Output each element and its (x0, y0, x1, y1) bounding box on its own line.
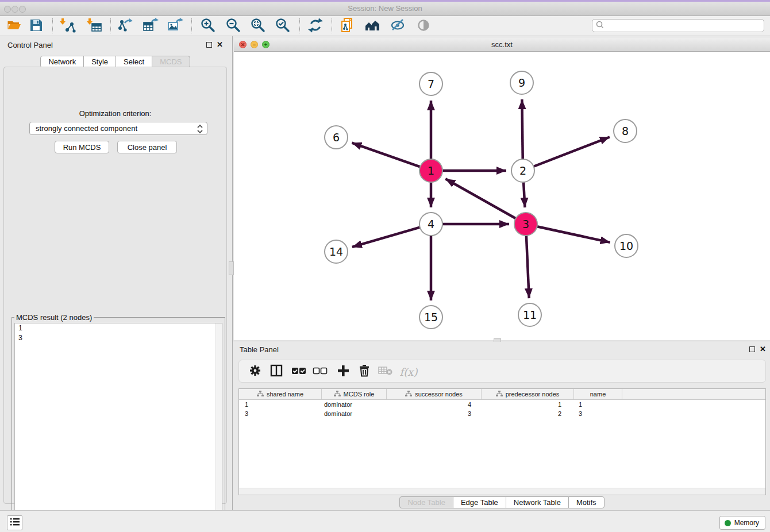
node-4[interactable]: 4 (419, 213, 442, 236)
control-panel-tabs: NetworkStyleSelectMCDS (0, 56, 230, 68)
zoom-selected-button[interactable] (272, 17, 293, 35)
node-14[interactable]: 14 (325, 240, 348, 263)
refresh-button[interactable] (305, 17, 326, 35)
edge-3-1[interactable] (445, 179, 515, 218)
tab-style[interactable]: Style (83, 56, 116, 68)
edge-3-11[interactable] (526, 236, 529, 298)
edge-2-3[interactable] (523, 182, 525, 207)
tab-select[interactable]: Select (116, 56, 152, 68)
select-all-icon (291, 365, 306, 378)
svg-text:3: 3 (522, 218, 529, 230)
edge-2-8[interactable] (534, 137, 610, 166)
delete-table-button (377, 364, 394, 379)
node-1[interactable]: 1 (419, 159, 442, 182)
memory-label: Memory (734, 519, 759, 527)
edge-1-6[interactable] (352, 143, 420, 167)
node-6[interactable]: 6 (325, 126, 348, 149)
save-session-button[interactable] (26, 17, 47, 35)
edge-4-14[interactable] (352, 228, 420, 247)
run-mcds-button[interactable]: Run MCDS (55, 141, 109, 153)
tab-motifs[interactable]: Motifs (568, 496, 605, 508)
export-image-icon (167, 17, 183, 36)
deselect-all-button[interactable] (311, 364, 329, 379)
select-all-button[interactable] (290, 364, 307, 379)
mcds-result-list[interactable]: 13 (14, 323, 222, 530)
home-networks-button[interactable] (362, 17, 383, 35)
zoom-in-button[interactable] (198, 17, 218, 35)
optimization-criterion-label: Optimization criterion: (4, 109, 226, 118)
import-network-icon (60, 17, 76, 36)
svg-text:9: 9 (518, 76, 525, 89)
table-row[interactable]: 3dominator323 (239, 409, 765, 418)
close-panel-button[interactable]: Close panel (117, 141, 177, 153)
hierarchy-icon (496, 391, 503, 398)
export-network-button[interactable] (115, 17, 136, 35)
node-10[interactable]: 10 (615, 234, 638, 257)
column-header-MCDS-role[interactable]: MCDS role (322, 389, 387, 399)
zoom-in-icon (200, 17, 216, 36)
zoom-fit-button[interactable] (248, 17, 268, 35)
edge-2-9[interactable] (522, 99, 522, 159)
search-input[interactable] (605, 21, 764, 31)
hierarchy-icon (257, 391, 264, 398)
table-cell: 3 (387, 409, 482, 418)
node-7[interactable]: 7 (419, 72, 442, 95)
memory-button[interactable]: Memory (719, 516, 765, 530)
tab-mcds[interactable]: MCDS (152, 56, 190, 68)
tab-node-table[interactable]: Node Table (399, 496, 453, 508)
node-8[interactable]: 8 (614, 119, 637, 142)
table-close-icon[interactable]: ✕ (760, 345, 766, 353)
add-button[interactable] (334, 364, 352, 379)
render-detail-button[interactable] (413, 17, 434, 35)
table-hscrollbar[interactable] (239, 488, 765, 495)
import-network-button[interactable] (57, 17, 78, 35)
toolbar-separator (110, 18, 111, 33)
clone-network-button[interactable] (337, 17, 358, 35)
refresh-icon (307, 17, 324, 36)
node-9[interactable]: 9 (510, 71, 533, 94)
result-scrollbar[interactable] (215, 323, 222, 529)
zoom-out-button[interactable] (223, 17, 244, 35)
column-header-predecessor-nodes[interactable]: predecessor nodes (482, 389, 574, 399)
hide-preview-button[interactable] (387, 17, 408, 35)
node-15[interactable]: 15 (419, 306, 442, 329)
import-table-button[interactable] (84, 17, 105, 35)
close-panel-icon[interactable]: ✕ (217, 40, 223, 49)
control-panel-header: Control Panel ✕ (0, 36, 230, 53)
table-cell: 3 (574, 409, 622, 418)
node-2[interactable]: 2 (511, 159, 534, 182)
mcds-result-title: MCDS result (2 nodes) (14, 313, 94, 322)
export-image-button[interactable] (165, 17, 186, 35)
column-label: name (590, 391, 606, 398)
optimization-criterion-select[interactable]: strongly connected component (29, 122, 207, 135)
float-panel-icon[interactable] (206, 42, 212, 48)
table-float-icon[interactable] (749, 346, 755, 352)
task-history-button[interactable] (7, 515, 22, 530)
mcds-result-group: MCDS result (2 nodes) 13 (11, 313, 225, 532)
split-columns-button[interactable] (268, 364, 285, 379)
network-canvas[interactable]: 1234678910111415 (234, 52, 770, 340)
column-header-name[interactable]: name (574, 389, 622, 399)
node-11[interactable]: 11 (518, 303, 541, 326)
column-header-successor-nodes[interactable]: successor nodes (387, 389, 482, 399)
table-header-row: shared nameMCDS rolesuccessor nodesprede… (239, 389, 765, 400)
main-toolbar (0, 16, 770, 36)
open-session-button[interactable] (4, 17, 25, 35)
node-table[interactable]: shared nameMCDS rolesuccessor nodesprede… (238, 388, 766, 495)
tab-edge-table[interactable]: Edge Table (453, 496, 506, 508)
network-window-title: scc.txt (234, 40, 770, 49)
network-view-window: ✕ − + scc.txt 1234678910111415 (234, 38, 770, 340)
node-3[interactable]: 3 (514, 213, 537, 236)
clone-network-icon (340, 17, 356, 36)
tab-network-table[interactable]: Network Table (506, 496, 569, 508)
table-row[interactable]: 1dominator411 (239, 400, 765, 409)
search-field[interactable] (592, 19, 764, 32)
vertical-splitter-handle[interactable] (229, 261, 234, 275)
delete-button[interactable] (356, 364, 373, 379)
export-table-button[interactable] (140, 17, 161, 35)
tab-network[interactable]: Network (40, 56, 84, 68)
horizontal-splitter[interactable] (233, 341, 770, 341)
edge-3-10[interactable] (537, 226, 610, 242)
settings-button[interactable] (247, 364, 264, 379)
column-header-shared-name[interactable]: shared name (239, 389, 322, 399)
